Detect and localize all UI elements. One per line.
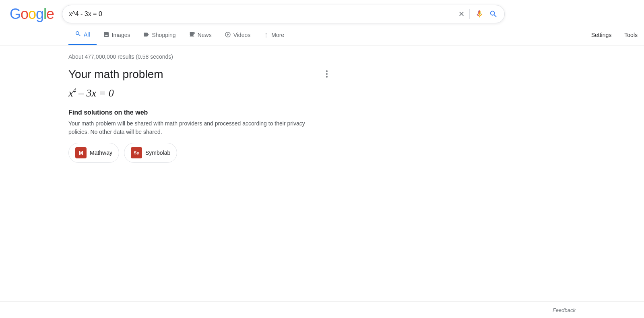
logo-e: e: [46, 6, 54, 22]
find-solutions-title: Find solutions on the web: [68, 109, 306, 116]
microphone-icon[interactable]: [475, 9, 484, 19]
logo-g: G: [10, 6, 21, 22]
tab-news-label: News: [198, 32, 212, 38]
search-input[interactable]: [69, 10, 454, 18]
logo-o1: o: [21, 6, 28, 22]
symbolab-logo: Sy: [131, 147, 142, 158]
tab-more-label: More: [271, 32, 284, 38]
search-bar[interactable]: ✕: [62, 5, 505, 23]
symbolab-label: Symbolab: [145, 150, 170, 156]
mathway-label: Mathway: [90, 150, 112, 156]
nav-right: Settings Tools: [585, 26, 644, 44]
tab-shopping-label: Shopping: [152, 32, 175, 38]
nav-tabs: All Images Shopping News Videos ⋮ More S…: [0, 25, 644, 45]
find-solutions-desc: Your math problem will be shared with ma…: [68, 119, 306, 136]
search-bar-container: ✕: [62, 5, 505, 23]
math-equation: x4 – 3x = 0: [68, 87, 306, 99]
tab-tools[interactable]: Tools: [618, 26, 644, 44]
three-dot-menu[interactable]: [324, 68, 330, 80]
math-problem-title: Your math problem: [68, 68, 306, 81]
tab-settings-label: Settings: [591, 32, 612, 38]
shopping-icon: [143, 31, 149, 39]
mathway-logo: M: [75, 147, 87, 158]
logo-o2: o: [28, 6, 36, 22]
tab-images[interactable]: Images: [97, 26, 137, 45]
search-bar-icons: ✕: [458, 9, 498, 19]
results-count: About 477,000,000 results (0.58 seconds): [68, 53, 306, 60]
tab-tools-label: Tools: [624, 32, 638, 38]
logo-g2: g: [36, 6, 43, 22]
tab-more[interactable]: ⋮ More: [257, 26, 291, 44]
tab-videos-label: Videos: [233, 32, 251, 38]
search-submit-icon[interactable]: [489, 10, 498, 18]
header: Google ✕: [0, 0, 644, 23]
mathway-button[interactable]: M Mathway: [68, 143, 119, 163]
all-icon: [75, 31, 81, 38]
tab-shopping[interactable]: Shopping: [136, 26, 182, 45]
tab-videos[interactable]: Videos: [218, 26, 257, 45]
math-card: Your math problem x4 – 3x = 0 Find solut…: [68, 68, 306, 163]
tab-images-label: Images: [112, 32, 130, 38]
tab-all-label: All: [84, 31, 90, 38]
symbolab-button[interactable]: Sy Symbolab: [124, 143, 177, 163]
images-icon: [103, 31, 109, 39]
more-dots-icon: ⋮: [263, 32, 269, 38]
videos-icon: [225, 31, 231, 39]
clear-icon[interactable]: ✕: [458, 10, 464, 18]
tab-all[interactable]: All: [68, 25, 97, 45]
tab-settings[interactable]: Settings: [585, 26, 618, 44]
solution-providers: M Mathway Sy Symbolab: [68, 143, 306, 163]
news-icon: [189, 31, 195, 39]
tab-news[interactable]: News: [182, 26, 218, 45]
main-content: About 477,000,000 results (0.58 seconds)…: [0, 45, 306, 163]
search-divider: [469, 9, 470, 19]
google-logo[interactable]: Google: [10, 6, 54, 23]
